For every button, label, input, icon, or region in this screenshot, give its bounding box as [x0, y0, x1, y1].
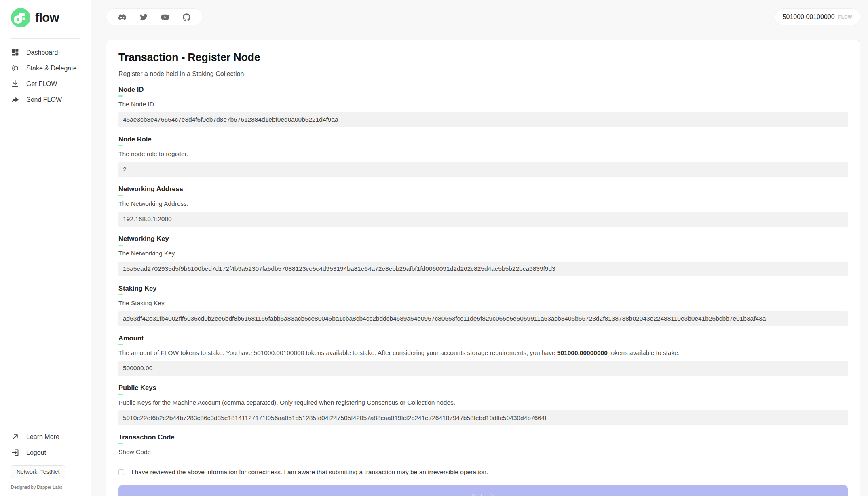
show-code-toggle[interactable]: Show Code [118, 448, 151, 456]
dashboard-icon [11, 48, 19, 57]
brand-wordmark: flow [35, 11, 59, 25]
sidebar-divider-bottom [11, 423, 80, 423]
sidebar-footer-nav: Learn More Logout [0, 429, 91, 460]
public-keys-label: Public Keys [118, 384, 848, 392]
sidebar-item-learn-more[interactable]: Learn More [0, 429, 91, 445]
page-subtitle: Register a node held in a Staking Collec… [118, 70, 848, 78]
stake-delegate-icon [11, 64, 19, 72]
sidebar-item-dashboard[interactable]: Dashboard [0, 44, 91, 60]
network-badge: Network: TestNet [11, 465, 65, 478]
sidebar-item-send-flow[interactable]: Send FLOW [0, 92, 91, 108]
label-accent-dash [118, 245, 123, 246]
topbar: 501000.00100000 FLOW [106, 8, 860, 25]
app-root: flow Dashboard Stake & Delegate Get FLOW… [0, 0, 868, 496]
node-role-description: The node role to register. [118, 150, 848, 158]
label-accent-dash [118, 145, 123, 146]
node-role-input[interactable] [118, 162, 848, 177]
node-role-field: Node Role The node role to register. [118, 135, 848, 177]
label-accent-dash [118, 443, 123, 444]
label-accent-dash [118, 294, 123, 295]
sidebar-footer: Learn More Logout Network: TestNet Desig… [0, 412, 91, 490]
amount-label: Amount [118, 334, 848, 342]
sidebar-item-stake-delegate[interactable]: Stake & Delegate [0, 60, 91, 76]
public-keys-field: Public Keys Public Keys for the Machine … [118, 384, 848, 426]
balance-unit: FLOW [838, 15, 852, 19]
social-links-pill [106, 8, 203, 25]
amount-input[interactable] [118, 361, 848, 376]
main-area: 501000.00100000 FLOW Transaction - Regis… [91, 0, 868, 496]
confirmation-row: I have reviewed the above information fo… [118, 469, 848, 476]
submit-button[interactable]: Submit [118, 485, 848, 496]
staking-key-description: The Staking Key. [118, 299, 848, 308]
public-keys-description: Public Keys for the Machine Account (com… [118, 399, 848, 407]
form-fields: Node ID The Node ID. Node Role The node … [118, 86, 848, 425]
confirmation-text: I have reviewed the above information fo… [131, 469, 488, 476]
transaction-code-section: Transaction Code Show Code [118, 433, 848, 456]
label-accent-dash [118, 344, 123, 345]
flow-logo-icon [11, 8, 30, 27]
transaction-code-label: Transaction Code [118, 433, 848, 441]
networking-address-input[interactable] [118, 212, 848, 227]
label-accent-dash [118, 95, 123, 97]
networking-key-field: Networking Key The Networking Key. [118, 235, 848, 276]
node-id-field: Node ID The Node ID. [118, 86, 848, 127]
transaction-card: Transaction - Register Node Register a n… [106, 40, 860, 496]
logout-icon [11, 448, 19, 457]
youtube-icon[interactable] [161, 13, 169, 21]
external-link-icon [11, 433, 19, 441]
flow-logo[interactable]: flow [0, 8, 91, 27]
send-icon [11, 95, 19, 104]
staking-key-label: Staking Key [118, 285, 848, 292]
networking-key-description: The Networking Key. [118, 249, 848, 258]
sidebar-item-get-flow[interactable]: Get FLOW [0, 76, 91, 92]
node-id-input[interactable] [118, 112, 848, 127]
networking-key-input[interactable] [118, 262, 848, 276]
sidebar-item-logout[interactable]: Logout [0, 445, 91, 460]
networking-key-label: Networking Key [118, 235, 848, 243]
confirm-checkbox[interactable] [118, 469, 124, 475]
balance-pill[interactable]: 501000.00100000 FLOW [775, 8, 860, 25]
download-icon [11, 80, 19, 88]
networking-address-description: The Networking Address. [118, 200, 848, 208]
discord-icon[interactable] [118, 13, 126, 21]
networking-address-field: Networking Address The Networking Addres… [118, 185, 848, 227]
node-id-label: Node ID [118, 86, 848, 93]
sidebar: flow Dashboard Stake & Delegate Get FLOW… [0, 0, 91, 496]
label-accent-dash [118, 394, 123, 395]
page-title: Transaction - Register Node [118, 51, 848, 64]
node-id-description: The Node ID. [118, 100, 848, 109]
sidebar-divider-top [11, 38, 80, 39]
label-accent-dash [118, 195, 123, 196]
node-role-label: Node Role [118, 135, 848, 143]
amount-description: The amount of FLOW tokens to stake. You … [118, 349, 848, 357]
sidebar-nav: Dashboard Stake & Delegate Get FLOW Send… [0, 44, 91, 108]
amount-field: Amount The amount of FLOW tokens to stak… [118, 334, 848, 376]
networking-address-label: Networking Address [118, 185, 848, 193]
balance-amount: 501000.00100000 [783, 13, 835, 21]
github-icon[interactable] [183, 13, 190, 21]
credit-text: Designed by Dapper Labs [11, 485, 91, 490]
staking-key-field: Staking Key The Staking Key. [118, 285, 848, 326]
staking-key-input[interactable] [118, 311, 848, 326]
public-keys-input[interactable] [118, 410, 848, 425]
twitter-icon[interactable] [140, 13, 148, 21]
